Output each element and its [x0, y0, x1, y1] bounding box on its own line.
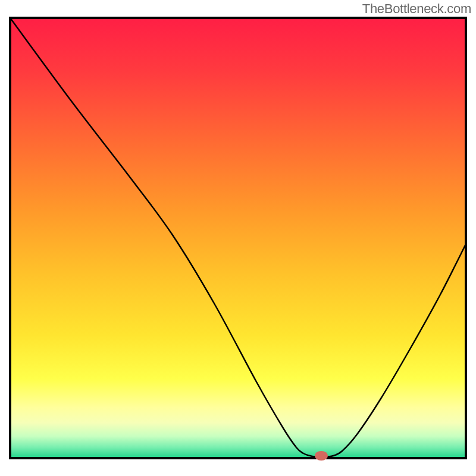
watermark-label: TheBottleneck.com — [362, 1, 471, 17]
plot-background — [10, 18, 466, 458]
bottleneck-chart: TheBottleneck.com — [0, 0, 476, 476]
optimal-marker — [315, 451, 328, 461]
chart-svg — [0, 0, 476, 476]
